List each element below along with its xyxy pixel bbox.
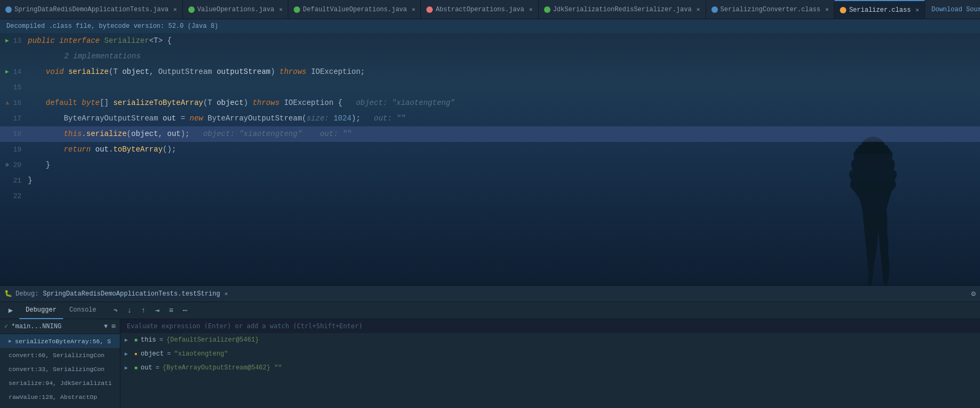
debug-tab-debugger-label: Debugger xyxy=(26,306,57,314)
tab-bar: SpringDataRedisDemoApplicationTests.java… xyxy=(0,0,980,19)
debug-body: ✓ *main...NNING ▼ ⊞ ▶ serializeToByteArr… xyxy=(0,319,980,408)
tab-close[interactable]: ✕ xyxy=(279,6,283,13)
code-content-19: return out.toByteArray(); xyxy=(28,142,971,157)
debug-settings-icon[interactable]: ⚙ xyxy=(971,289,976,298)
warn-gutter-icon-20[interactable]: ⚙ xyxy=(3,162,11,169)
debug-evaluate-button[interactable]: ≡ xyxy=(165,304,178,317)
run-gutter-icon-14[interactable]: ▶ xyxy=(3,69,11,76)
code-line-18: 18 this.serialize(object, out); object: … xyxy=(0,126,980,142)
var-val-out: {ByteArrayOutputStream@5462} "" xyxy=(163,364,282,372)
line-num-17: 17 xyxy=(0,111,28,126)
code-content-13: public interface Serializer<T> { xyxy=(28,33,971,49)
tab-defaultvalueops[interactable]: DefaultValueOperations.java ✕ xyxy=(288,0,421,19)
tab-label: AbstractOperations.java xyxy=(435,6,524,13)
debug-thread-row: ✓ *main...NNING ▼ ⊞ xyxy=(0,319,120,334)
line-num-16: ⚠ 16 xyxy=(0,95,28,111)
code-editor: ▶ 13 public interface Serializer<T> { 2 … xyxy=(0,33,980,204)
tab-jdkserializer[interactable]: JdkSerializationRedisSerializer.java ✕ xyxy=(539,0,706,19)
download-sources-button[interactable]: Download Sources xyxy=(925,0,980,19)
thread-check-icon: ✓ xyxy=(4,322,8,330)
tab-label: SpringDataRedisDemoApplicationTests.java xyxy=(14,6,169,13)
download-sources-label: Download Sources xyxy=(931,6,980,13)
tab-close[interactable]: ✕ xyxy=(412,6,416,13)
tab-springdataredis[interactable]: SpringDataRedisDemoApplicationTests.java… xyxy=(0,0,183,19)
debug-run-cursor-button[interactable]: ⇥ xyxy=(151,304,164,317)
debug-icon: 🐛 xyxy=(4,290,12,298)
debug-tabs: Debugger Console xyxy=(19,302,103,319)
code-line-21: 21 } xyxy=(0,173,980,188)
thread-filter-icon[interactable]: ▼ ⊞ xyxy=(104,322,116,330)
stack-frame-4[interactable]: rawValue:128, AbstractOp xyxy=(0,390,120,404)
var-row-out[interactable]: ▶ ■ out = {ByteArrayOutputStream@5462} "… xyxy=(120,361,980,375)
tab-abstractops[interactable]: AbstractOperations.java ✕ xyxy=(421,0,538,19)
tab-icon xyxy=(711,6,718,13)
line-num-18: 18 xyxy=(0,126,28,142)
tab-close[interactable]: ✕ xyxy=(825,6,829,13)
info-bar: Decompiled .class file, bytecode version… xyxy=(0,19,980,33)
var-row-this[interactable]: ▶ ■ this = {DefaultSerializer@5461} xyxy=(120,333,980,347)
tab-label: Serializer.class xyxy=(849,6,910,14)
tab-close[interactable]: ✕ xyxy=(696,6,700,13)
var-val-object: "xiaotengteng" xyxy=(174,350,228,358)
code-content-18: this.serialize(object, out); object: "xi… xyxy=(28,126,971,142)
tab-icon xyxy=(5,6,12,13)
var-name-this: this xyxy=(141,336,156,344)
var-type-icon-3: ■ xyxy=(134,365,137,371)
stack-frame-label-1: convert:60, SerializingCon xyxy=(9,352,104,359)
tab-serializingconverter[interactable]: SerializingConverter.class ✕ xyxy=(706,0,835,19)
debug-session-close[interactable]: ✕ xyxy=(224,290,228,297)
debug-panel: 🐛 Debug: SpringDataRedisDemoApplicationT… xyxy=(0,285,980,408)
code-content-21: } xyxy=(28,173,971,188)
tab-label: ValueOperations.java xyxy=(197,6,274,13)
var-val-this: {DefaultSerializer@5461} xyxy=(166,336,259,344)
tab-icon xyxy=(426,6,433,13)
line-num-19: 19 xyxy=(0,142,28,157)
debug-toolbar: ▶ Debugger Console ↷ ↓ ↑ ⇥ ≡ ⋯ xyxy=(0,302,980,319)
debug-step-into-button[interactable]: ↓ xyxy=(123,304,136,317)
debug-tab-console[interactable]: Console xyxy=(63,302,103,319)
stack-frame-1[interactable]: convert:60, SerializingCon xyxy=(0,348,120,362)
line-num-20: ⚙ 20 xyxy=(0,157,28,173)
tab-label: SerializingConverter.class xyxy=(721,6,821,13)
tab-serializer[interactable]: Serializer.class ✕ xyxy=(834,0,925,19)
tab-icon xyxy=(840,7,846,13)
code-line-17: 17 ByteArrayOutputStream out = new ByteA… xyxy=(0,111,980,126)
tab-close[interactable]: ✕ xyxy=(529,6,533,13)
code-content-14: void serialize(T object, OutputStream ou… xyxy=(28,64,971,80)
tab-icon xyxy=(188,6,195,13)
stack-frame-label-2: convert:33, SerializingCon xyxy=(9,366,104,373)
debug-tab-debugger[interactable]: Debugger xyxy=(19,302,63,319)
code-hint-implementations[interactable]: 2 implementations xyxy=(28,49,971,64)
tab-close[interactable]: ✕ xyxy=(916,6,920,13)
code-line-13: ▶ 13 public interface Serializer<T> { xyxy=(0,33,980,49)
stack-frame-0[interactable]: ▶ serializeToByteArray:56, S xyxy=(0,334,120,348)
var-row-object[interactable]: ▶ ● object = "xiaotengteng" xyxy=(120,347,980,361)
debug-step-out-button[interactable]: ↑ xyxy=(137,304,150,317)
editor-section: ▶ 13 public interface Serializer<T> { 2 … xyxy=(0,33,980,285)
var-name-out: out xyxy=(141,364,152,372)
watch-expression-input[interactable] xyxy=(120,319,980,333)
var-type-icon: ■ xyxy=(134,337,137,343)
run-gutter-icon[interactable]: ▶ xyxy=(3,37,11,45)
tab-valueops[interactable]: ValueOperations.java ✕ xyxy=(183,0,289,19)
tab-icon xyxy=(294,6,300,13)
stack-frame-2[interactable]: convert:33, SerializingCon xyxy=(0,362,120,376)
debug-stack-frames: ▶ serializeToByteArray:56, S convert:60,… xyxy=(0,334,120,408)
warn-gutter-icon-16[interactable]: ⚠ xyxy=(3,100,11,107)
stack-expand-icon: ▶ xyxy=(9,338,12,344)
tab-label: JdkSerializationRedisSerializer.java xyxy=(553,6,692,13)
debug-action-buttons: ↷ ↓ ↑ ⇥ ≡ ⋯ xyxy=(109,304,192,317)
line-num-13: ▶ 13 xyxy=(0,33,28,49)
debug-more-button[interactable]: ⋯ xyxy=(179,304,192,317)
debug-variables-panel: ▶ ■ this = {DefaultSerializer@5461} ▶ ● … xyxy=(120,319,980,408)
var-expand-icon-3: ▶ xyxy=(125,365,131,371)
var-type-icon-2: ● xyxy=(134,351,137,357)
debug-step-over-button[interactable]: ↷ xyxy=(109,304,122,317)
tab-close[interactable]: ✕ xyxy=(173,6,177,13)
code-line-19: 19 return out.toByteArray(); xyxy=(0,142,980,157)
stack-frame-3[interactable]: serialize:94, JdkSerializati xyxy=(0,376,120,390)
var-name-object: object xyxy=(141,350,164,358)
debug-resume-button[interactable]: ▶ xyxy=(4,304,17,317)
info-bar-text: Decompiled .class file, bytecode version… xyxy=(6,22,218,30)
tab-icon xyxy=(544,6,550,13)
